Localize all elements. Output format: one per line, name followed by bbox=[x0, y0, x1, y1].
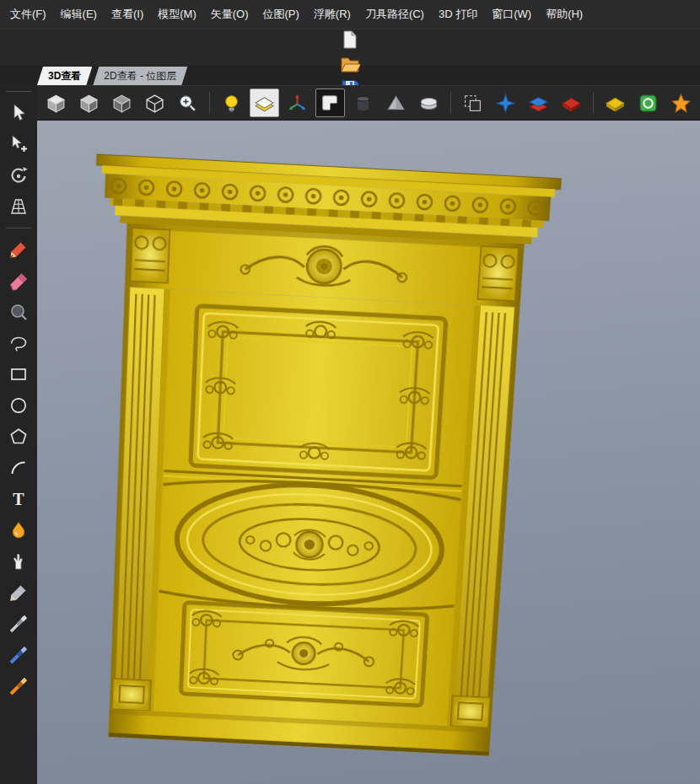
smooth-tool-icon bbox=[8, 302, 29, 322]
ellipse-icon bbox=[8, 395, 29, 416]
arc-icon bbox=[8, 458, 29, 478]
stack-blue-red-button[interactable] bbox=[524, 89, 553, 117]
lasso-icon bbox=[8, 333, 29, 353]
divider bbox=[593, 92, 594, 114]
chisel-blue-icon bbox=[8, 645, 29, 665]
divider bbox=[209, 92, 210, 114]
viewport-3d[interactable] bbox=[37, 121, 700, 784]
rectangle-tool-button[interactable] bbox=[5, 362, 32, 387]
smooth-tool-button[interactable] bbox=[5, 299, 32, 325]
menu-item-bitmap[interactable]: 位图(P) bbox=[263, 7, 299, 22]
main-column bbox=[37, 85, 700, 784]
node-edit-tool-button[interactable] bbox=[5, 132, 32, 157]
polygon-tool-button[interactable] bbox=[5, 424, 32, 449]
cube-wire-button[interactable] bbox=[140, 89, 170, 117]
free-select-tool-button[interactable] bbox=[5, 330, 32, 356]
menu-item-view[interactable]: 查看(I) bbox=[111, 7, 143, 22]
divider bbox=[450, 92, 451, 114]
cone-gray-icon bbox=[385, 93, 407, 114]
chisel-blue-tool-button[interactable] bbox=[5, 642, 32, 668]
plane-red-button[interactable] bbox=[557, 89, 586, 117]
select-cursor-icon bbox=[8, 103, 29, 123]
menu-item-help[interactable]: 帮助(H) bbox=[546, 7, 583, 22]
star-blue-button[interactable] bbox=[491, 89, 520, 117]
star-orange-icon bbox=[670, 93, 692, 114]
hand-icon bbox=[8, 551, 29, 572]
select-tool-button[interactable] bbox=[5, 100, 32, 126]
open-folder-button[interactable] bbox=[336, 54, 365, 74]
content-area: T bbox=[0, 85, 700, 784]
text-tool-icon: T bbox=[13, 490, 24, 509]
disc-gray-button[interactable] bbox=[414, 89, 444, 117]
stack-blue-red-icon bbox=[528, 93, 549, 114]
shape-green-button[interactable] bbox=[633, 89, 663, 117]
door-body bbox=[109, 287, 520, 755]
tab-3d-view[interactable]: 3D查看 bbox=[37, 67, 92, 85]
cone-gray-button[interactable] bbox=[381, 89, 411, 117]
smudge-hand-tool-button[interactable] bbox=[5, 549, 32, 574]
divider bbox=[6, 91, 31, 92]
node-edit-icon bbox=[8, 134, 29, 154]
cylinder-dark-icon bbox=[353, 93, 374, 114]
pencil-tool-button[interactable] bbox=[5, 580, 32, 605]
star-orange-button[interactable] bbox=[666, 89, 696, 117]
draft-plane-button[interactable] bbox=[250, 89, 279, 117]
airbrush-tool-button[interactable] bbox=[5, 611, 32, 636]
shape-green-icon bbox=[638, 93, 659, 114]
light-button[interactable] bbox=[217, 89, 246, 117]
cube-dark-button[interactable] bbox=[107, 89, 137, 117]
menu-item-vector[interactable]: 矢量(O) bbox=[211, 7, 249, 22]
chisel-orange-tool-button[interactable] bbox=[5, 674, 32, 699]
droplet-icon bbox=[8, 520, 29, 540]
star-blue-icon bbox=[495, 93, 516, 114]
menu-item-edit[interactable]: 编辑(E) bbox=[61, 7, 97, 22]
chisel-orange-icon bbox=[8, 676, 29, 696]
menu-item-toolpath[interactable]: 刀具路径(C) bbox=[365, 7, 424, 22]
cube-dark-icon bbox=[111, 93, 132, 114]
new-file-icon bbox=[340, 30, 360, 50]
eraser-icon bbox=[8, 271, 29, 291]
menu-item-relief[interactable]: 浮雕(R) bbox=[314, 7, 351, 22]
main-toolbar: ✂ ↶ ↷ bbox=[0, 29, 700, 66]
new-file-button[interactable] bbox=[336, 30, 365, 50]
draft-plane-icon bbox=[254, 93, 275, 114]
ellipse-tool-button[interactable] bbox=[5, 393, 32, 418]
cylinder-dark-button[interactable] bbox=[348, 89, 378, 117]
menu-item-3dprint[interactable]: 3D 打印 bbox=[439, 7, 477, 22]
door-model-svg[interactable] bbox=[75, 150, 563, 781]
divider bbox=[6, 228, 31, 228]
tab-2d-view[interactable]: 2D查看 - 位图层 bbox=[93, 67, 187, 85]
rotate-view-icon bbox=[8, 165, 29, 185]
merge-relief-button[interactable] bbox=[315, 89, 345, 117]
cube-shaded-icon bbox=[78, 93, 100, 114]
tool-sidebar: T bbox=[0, 85, 37, 784]
blend-drop-tool-button[interactable] bbox=[5, 518, 32, 543]
text-tool-button[interactable]: T bbox=[5, 486, 32, 512]
copy-relief-button[interactable] bbox=[458, 89, 487, 117]
view3d-toolbar bbox=[37, 85, 700, 121]
eraser-tool-button[interactable] bbox=[5, 268, 32, 293]
merge-relief-icon bbox=[320, 93, 341, 114]
lightbulb-icon bbox=[221, 93, 242, 114]
disc-gray-icon bbox=[418, 93, 439, 114]
plane-yellow-button[interactable] bbox=[600, 89, 630, 117]
arc-tool-button[interactable] bbox=[5, 455, 32, 481]
door-model-wrap bbox=[75, 150, 563, 781]
menu-bar: 文件(F) 编辑(E) 查看(I) 模型(M) 矢量(O) 位图(P) 浮雕(R… bbox=[0, 0, 700, 29]
zoom-in-button[interactable] bbox=[173, 89, 202, 117]
sculpt-pencil-icon bbox=[8, 239, 29, 260]
axes-icon bbox=[287, 93, 308, 114]
origin-axes-button[interactable] bbox=[283, 89, 312, 117]
app-window: 文件(F) 编辑(E) 查看(I) 模型(M) 矢量(O) 位图(P) 浮雕(R… bbox=[0, 0, 700, 784]
perspective-grid-tool-button[interactable] bbox=[5, 194, 32, 219]
rotate-view-tool-button[interactable] bbox=[5, 163, 32, 188]
cube-iso-button[interactable] bbox=[41, 89, 71, 117]
menu-item-model[interactable]: 模型(M) bbox=[158, 7, 197, 22]
sculpt-pencil-tool-button[interactable] bbox=[5, 237, 32, 262]
menu-item-file[interactable]: 文件(F) bbox=[10, 7, 46, 22]
open-folder-icon bbox=[340, 54, 360, 74]
menu-item-window[interactable]: 窗口(W) bbox=[492, 7, 531, 22]
plane-yellow-icon bbox=[605, 93, 626, 114]
perspective-grid-icon bbox=[8, 196, 29, 217]
cube-shaded-button[interactable] bbox=[74, 89, 104, 117]
